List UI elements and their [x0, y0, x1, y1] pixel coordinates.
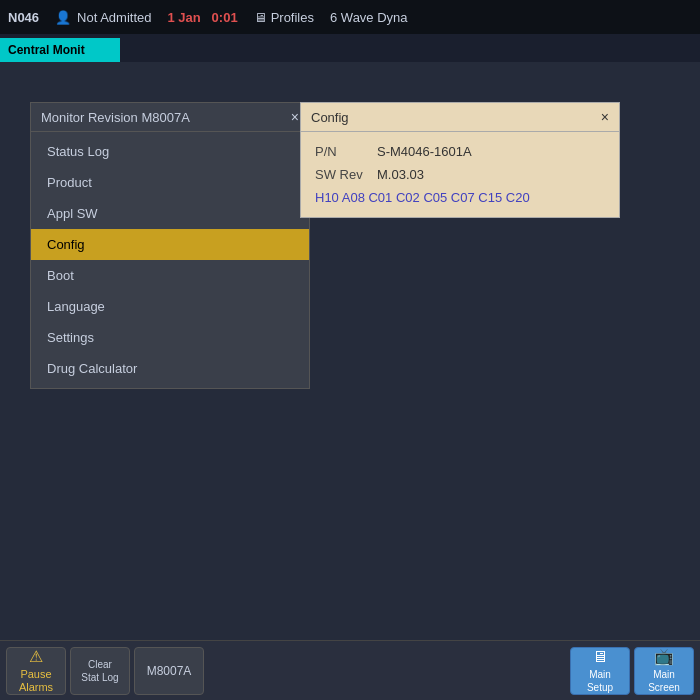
config-dialog: Config × P/N S-M4046-1601A SW Rev M.03.0… — [300, 102, 620, 218]
sw-row: SW Rev M.03.03 — [315, 167, 605, 182]
main-area: Monitor Revision M8007A × Status Log Pro… — [0, 62, 700, 668]
time: 0:01 — [212, 10, 238, 25]
status-text: Not Admitted — [77, 10, 151, 25]
person-icon: 👤 — [55, 10, 71, 25]
clear-label-line2: Stat Log — [81, 671, 118, 684]
menu-item-boot[interactable]: Boot — [31, 260, 309, 291]
clear-stat-log-button[interactable]: Clear Stat Log — [70, 647, 130, 695]
pn-value: S-M4046-1601A — [377, 144, 472, 159]
menu-item-appl-sw[interactable]: Appl SW — [31, 198, 309, 229]
config-dialog-title-bar: Config × — [301, 103, 619, 132]
main-screen-button[interactable]: 📺 MainScreen — [634, 647, 694, 695]
date-time: 1 Jan 0:01 — [168, 10, 238, 25]
menu-item-drug-calculator[interactable]: Drug Calculator — [31, 353, 309, 384]
main-setup-button[interactable]: 🖥 MainSetup — [570, 647, 630, 695]
label-text: Central Monit — [8, 43, 85, 57]
bottom-bar: ⚠ PauseAlarms Clear Stat Log M8007A 🖥 Ma… — [0, 640, 700, 700]
patient-id: N046 — [8, 10, 39, 25]
date: 1 Jan — [168, 10, 201, 25]
main-screen-label: MainScreen — [648, 668, 680, 694]
profiles-label: Profiles — [271, 10, 314, 25]
monitor-revision-dialog: Monitor Revision M8007A × Status Log Pro… — [30, 102, 310, 389]
menu-item-settings[interactable]: Settings — [31, 322, 309, 353]
wave-label: 6 Wave Dyna — [330, 10, 408, 25]
sw-label: SW Rev — [315, 167, 365, 182]
top-status-bar: N046 👤 Not Admitted 1 Jan 0:01 🖥 Profile… — [0, 0, 700, 34]
profiles-section: 🖥 Profiles — [254, 10, 314, 25]
menu-item-status-log[interactable]: Status Log — [31, 136, 309, 167]
menu-item-product[interactable]: Product — [31, 167, 309, 198]
config-codes: H10 A08 C01 C02 C05 C07 C15 C20 — [315, 190, 605, 205]
menu-item-language[interactable]: Language — [31, 291, 309, 322]
profiles-icon: 🖥 — [254, 10, 267, 25]
config-content: P/N S-M4046-1601A SW Rev M.03.03 H10 A08… — [301, 132, 619, 217]
pause-alarms-button[interactable]: ⚠ PauseAlarms — [6, 647, 66, 695]
main-setup-icon: 🖥 — [592, 647, 608, 668]
main-setup-label: MainSetup — [587, 668, 613, 694]
menu-item-config[interactable]: Config — [31, 229, 309, 260]
pause-alarms-label: PauseAlarms — [19, 668, 53, 694]
monitor-dialog-title: Monitor Revision M8007A — [41, 110, 190, 125]
config-dialog-close-button[interactable]: × — [601, 109, 609, 125]
central-monitor-label: Central Monit — [0, 38, 120, 62]
clear-label-line1: Clear — [88, 658, 112, 671]
admission-status: 👤 Not Admitted — [55, 10, 151, 25]
pn-row: P/N S-M4046-1601A — [315, 144, 605, 159]
monitor-menu-list: Status Log Product Appl SW Config Boot L… — [31, 132, 309, 388]
monitor-dialog-close-button[interactable]: × — [291, 109, 299, 125]
alarm-icon: ⚠ — [29, 647, 43, 666]
main-screen-icon: 📺 — [654, 647, 674, 668]
monitor-dialog-title-bar: Monitor Revision M8007A × — [31, 103, 309, 132]
pn-label: P/N — [315, 144, 365, 159]
config-dialog-title: Config — [311, 110, 349, 125]
model-display: M8007A — [134, 647, 204, 695]
sw-value: M.03.03 — [377, 167, 424, 182]
